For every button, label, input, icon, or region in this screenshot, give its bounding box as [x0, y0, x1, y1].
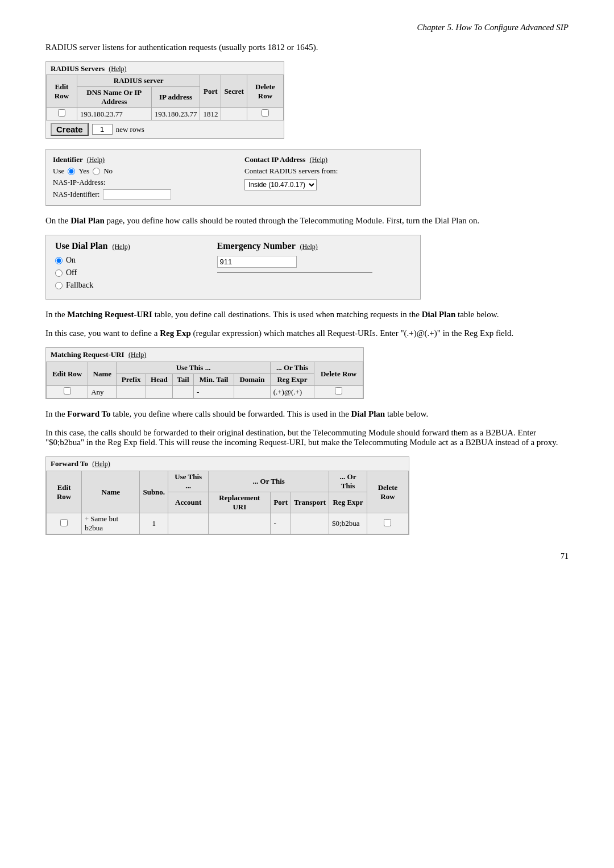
radius-secret-cell: [221, 108, 247, 121]
fwd-col-subno: Subno.: [140, 471, 168, 513]
match-tail-cell: [172, 386, 193, 398]
dial-plan-bold: Dial Plan: [70, 216, 105, 225]
matching-request-uri-panel: Matching Request-URI (Help) Edit Row Nam…: [45, 347, 364, 399]
match-prefix-cell: [117, 386, 146, 398]
matching-intro-text: In the Matching Request-URI table, you d…: [45, 310, 569, 319]
fwd-replacement-uri-cell: [209, 513, 271, 534]
matching-bold1: Matching Request-URI: [67, 310, 152, 319]
radius-col-port: Port: [200, 75, 221, 108]
forward-bold1: Forward To: [67, 409, 110, 418]
dial-plan-right: Emergency Number (Help): [217, 241, 411, 293]
fwd-name-cell: + Same but b2bua: [82, 513, 140, 534]
matching-panel-title: Matching Request-URI (Help): [46, 348, 363, 362]
radius-dns-cell: 193.180.23.77: [77, 108, 151, 121]
match-head-cell: [146, 386, 172, 398]
settings-panel: Identifier (Help) Use Yes No NAS-IP-Addr…: [45, 149, 421, 206]
dial-plan-help-link[interactable]: (Help): [112, 243, 130, 251]
radius-new-rows-label: new rows: [116, 125, 144, 134]
fwd-or-this-header-2: ... Or This: [329, 471, 367, 492]
fwd-reg-expr-cell: $0;b2bua: [329, 513, 367, 534]
radius-ip-cell: 193.180.23.77: [151, 108, 200, 121]
fwd-delete-checkbox[interactable]: [384, 519, 391, 526]
regexp-bold1: Reg Exp: [160, 329, 191, 338]
dial-plan-fallback-radio[interactable]: [55, 282, 63, 289]
fwd-transport-cell: [291, 513, 329, 534]
forward-case-text: In this case, the calls should be forwar…: [45, 428, 569, 447]
radius-create-count-input[interactable]: [92, 124, 113, 135]
dial-plan-off-radio[interactable]: [55, 269, 63, 277]
match-col-delete: Delete Row: [314, 362, 363, 386]
inside-select[interactable]: Inside (10.47.0.17): [244, 179, 317, 190]
radius-delete-checkbox[interactable]: [262, 109, 269, 117]
forward-intro-text: In the Forward To table, you define wher…: [45, 409, 569, 419]
dial-plan-off-label: Off: [66, 268, 77, 277]
nas-no-radio[interactable]: [93, 168, 100, 175]
forward-help-link[interactable]: (Help): [92, 460, 110, 468]
chapter-heading: Chapter 5. How To Configure Advanced SIP: [45, 23, 569, 32]
fwd-col-edit-row: Edit Row: [47, 471, 82, 513]
matching-table: Edit Row Name Use This ... ... Or This D…: [46, 362, 363, 398]
match-name-cell: Any: [88, 386, 117, 398]
use-label: Use: [53, 167, 64, 176]
settings-right: Contact IP Address (Help) Contact RADIUS…: [244, 155, 413, 200]
matching-bold2: Dial Plan: [422, 310, 456, 319]
dial-plan-on-option: On: [55, 256, 217, 265]
dial-plan-fallback-option: Fallback: [55, 281, 217, 290]
radius-col-dns: DNS Name Or IP Address: [77, 87, 151, 108]
regexp-intro-text: In this case, you want to define a Reg E…: [45, 329, 569, 338]
radius-create-row: Create new rows: [46, 121, 284, 138]
contact-radius-label: Contact RADIUS servers from:: [244, 167, 413, 176]
nas-identifier-input[interactable]: [103, 189, 171, 200]
radius-edit-checkbox[interactable]: [58, 109, 65, 117]
radius-col-delete: Delete Row: [247, 75, 283, 108]
identifier-label: Identifier (Help): [53, 155, 222, 164]
dial-plan-off-option: Off: [55, 268, 217, 277]
fwd-col-port: Port: [271, 492, 291, 513]
match-col-tail: Tail: [172, 374, 193, 386]
radius-col-edit-row: Edit Row: [47, 75, 77, 108]
forward-panel-title: Forward To (Help): [46, 457, 409, 471]
match-edit-checkbox[interactable]: [64, 387, 71, 394]
matching-table-row: Any - (.+)@(.+): [47, 386, 363, 398]
radius-table: Edit Row RADIUS server Port Secret Delet…: [46, 74, 284, 121]
emergency-help-link[interactable]: (Help): [300, 243, 317, 251]
radius-help-link[interactable]: (Help): [109, 65, 126, 73]
radius-col-ip: IP address: [151, 87, 200, 108]
dial-plan-title: Use Dial Plan (Help): [55, 241, 217, 251]
fwd-use-this-header: Use This ...: [168, 471, 209, 492]
match-col-reg-expr: Reg Expr: [270, 374, 314, 386]
page-number: 71: [45, 552, 569, 561]
nas-yes-label: Yes: [78, 167, 89, 176]
fwd-subno-cell: 1: [140, 513, 168, 534]
forward-table-row: + Same but b2bua 1 - $0;b2bua: [47, 513, 409, 534]
radius-col-secret: Secret: [221, 75, 247, 108]
use-nas-row: Use Yes No: [53, 167, 222, 176]
match-delete-checkbox[interactable]: [335, 387, 342, 394]
nas-yes-radio[interactable]: [68, 168, 75, 175]
nas-ip-row: NAS-IP-Address:: [53, 178, 222, 187]
match-domain-cell: [234, 386, 271, 398]
fwd-col-transport: Transport: [291, 492, 329, 513]
identifier-help-link[interactable]: (Help): [87, 156, 105, 164]
contact-ip-help-link[interactable]: (Help): [310, 156, 327, 164]
dial-plan-on-radio[interactable]: [55, 257, 63, 264]
fwd-col-delete: Delete Row: [367, 471, 408, 513]
match-col-prefix: Prefix: [117, 374, 146, 386]
fwd-edit-checkbox[interactable]: [60, 519, 68, 526]
radius-create-button[interactable]: Create: [51, 123, 89, 136]
match-reg-expr-cell: (.+)@(.+): [270, 386, 314, 398]
nas-identifier-row: NAS-Identifier:: [53, 189, 222, 200]
match-or-this-header: ... Or This: [270, 362, 314, 374]
matching-help-link[interactable]: (Help): [128, 351, 146, 359]
dial-plan-intro: On the Dial Plan page, you define how ca…: [45, 216, 569, 226]
fwd-port-cell: -: [271, 513, 291, 534]
fwd-col-replacement-uri: Replacement URI: [209, 492, 271, 513]
match-use-this-header: Use This ...: [117, 362, 270, 374]
match-min-cell: -: [194, 386, 234, 398]
settings-left: Identifier (Help) Use Yes No NAS-IP-Addr…: [53, 155, 222, 200]
forward-bold2: Dial Plan: [351, 409, 385, 418]
fwd-col-reg-expr: Reg Expr: [329, 492, 367, 513]
fwd-account-cell: [168, 513, 209, 534]
emergency-title: Emergency Number (Help): [217, 241, 411, 251]
emergency-number-input[interactable]: [217, 256, 297, 268]
